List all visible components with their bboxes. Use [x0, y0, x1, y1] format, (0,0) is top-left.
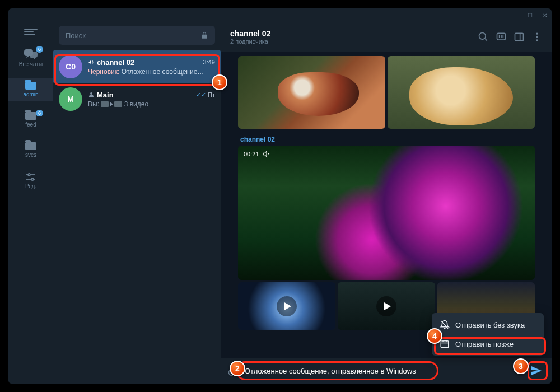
svg-rect-16 [441, 341, 449, 348]
nav-badge: 6 [36, 110, 43, 116]
video-message[interactable]: 00:21 [238, 146, 535, 280]
nav-sidebar: 6 Все чаты admin 6 feed svcs Ред. [8, 22, 53, 384]
annotation-badge: 3 [513, 358, 529, 374]
menu-send-silent[interactable]: Отправить без звука [432, 315, 544, 334]
annotation-badge: 1 [212, 74, 227, 90]
folder-icon [25, 82, 36, 90]
chat-time: ✓✓ Пт [196, 91, 215, 99]
app-window: — ☐ ✕ 6 Все чаты admin 6 feed [8, 8, 552, 384]
play-icon [277, 296, 297, 316]
video-duration: 00:21 [244, 150, 270, 158]
megaphone-icon [88, 59, 95, 66]
avatar: M [59, 87, 82, 111]
menu-send-later[interactable]: Отправить позже [432, 334, 544, 353]
nav-admin[interactable]: admin [8, 78, 53, 101]
menu-label: Отправить позже [455, 340, 514, 348]
chat-title: Main [97, 91, 114, 99]
channel-tag: channel 02 [238, 132, 535, 146]
nav-all-chats[interactable]: 6 Все чаты [8, 45, 53, 71]
svg-line-5 [485, 39, 487, 41]
media-thumbnail[interactable] [388, 56, 535, 129]
nav-svcs[interactable]: svcs [8, 139, 53, 161]
search-input[interactable]: Поиск [59, 26, 215, 45]
message-composer: Отложенное сообщение, отправленное в Win… [221, 358, 552, 384]
conversation-header: channel 02 2 подписчика [221, 22, 552, 52]
chat-list: Поиск C0 channel 02 3:49 Черновик: Отлож… [53, 22, 221, 384]
annotation-badge: 4 [427, 328, 442, 344]
nav-label: svcs [25, 152, 36, 158]
svg-point-3 [31, 178, 34, 180]
draft-label: Черновик: [88, 68, 119, 76]
menu-icon[interactable] [24, 27, 38, 37]
chat-item-main[interactable]: M Main ✓✓ Пт Вы: 3 видео [53, 83, 221, 115]
maximize-button[interactable]: ☐ [528, 13, 533, 18]
svg-rect-10 [515, 33, 524, 40]
send-button[interactable] [528, 362, 545, 379]
group-icon [88, 91, 95, 98]
svg-point-12 [536, 33, 538, 35]
nav-label: Ред. [25, 183, 36, 189]
avatar: C0 [59, 55, 82, 78]
svg-point-13 [536, 36, 538, 38]
media-thumbnail[interactable] [238, 56, 385, 129]
close-button[interactable]: ✕ [543, 13, 547, 18]
minimize-button[interactable]: — [512, 13, 517, 18]
menu-label: Отправить без звука [455, 321, 525, 329]
svg-point-4 [479, 33, 486, 40]
nav-label: feed [25, 122, 36, 128]
annotation-badge: 2 [230, 361, 245, 376]
titlebar: — ☐ ✕ [8, 8, 552, 22]
play-icon [376, 296, 396, 316]
message-area[interactable]: channel 02 00:21 [221, 52, 552, 358]
video-thumbnail[interactable] [238, 282, 335, 330]
nav-badge: 6 [36, 46, 43, 53]
chat-item-channel02[interactable]: C0 channel 02 3:49 Черновик: Отложенное … [53, 50, 221, 83]
lock-icon [200, 31, 208, 39]
svg-point-14 [536, 39, 538, 41]
nav-feed[interactable]: 6 feed [8, 109, 53, 131]
composer-text[interactable]: Отложенное сообщение, отправленное в Win… [245, 367, 522, 375]
send-context-menu: Отправить без звука Отправить позже [432, 313, 544, 356]
search-placeholder: Поиск [66, 31, 200, 40]
sliders-icon [25, 172, 36, 181]
sidebar-toggle-icon[interactable] [514, 31, 525, 43]
chat-preview: 3 видео [124, 100, 148, 108]
chat-time: 3:49 [203, 59, 215, 66]
svg-point-1 [28, 174, 30, 176]
video-thumbnail[interactable] [338, 282, 435, 330]
header-subtitle: 2 подписчика [230, 38, 471, 45]
search-icon[interactable] [478, 31, 489, 43]
folder-icon [25, 142, 36, 150]
nav-label: admin [23, 91, 38, 97]
media-row [238, 56, 535, 129]
bell-off-icon [440, 320, 450, 330]
volume-mute-icon [263, 150, 270, 158]
more-icon[interactable] [531, 31, 543, 43]
folder-icon [25, 112, 36, 120]
chat-preview: Отложенное сообщение… [122, 68, 204, 76]
conversation-panel: channel 02 2 подписчика channel 02 [221, 22, 552, 384]
you-label: Вы: [88, 100, 99, 108]
chat-title: channel 02 [97, 58, 134, 67]
nav-edit[interactable]: Ред. [8, 169, 53, 193]
comments-icon[interactable] [496, 31, 507, 43]
header-title: channel 02 [230, 29, 471, 38]
nav-label: Все чаты [19, 61, 43, 67]
